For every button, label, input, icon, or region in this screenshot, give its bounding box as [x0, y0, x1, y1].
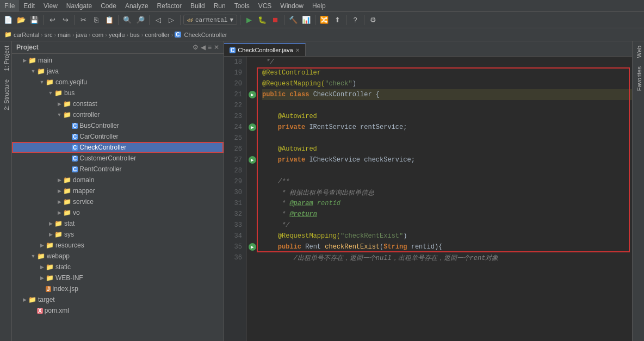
run-config[interactable]: 🏎 carRental ▼: [183, 15, 237, 25]
breadcrumb-controller[interactable]: controller: [145, 32, 169, 38]
tree-item-carcontroller[interactable]: C CarController: [12, 131, 224, 142]
menu-window[interactable]: Window: [276, 0, 308, 11]
settings-btn[interactable]: ⚙: [367, 14, 379, 26]
breadcrumb-java[interactable]: java: [76, 32, 87, 38]
vcs-btn[interactable]: 🔀: [318, 14, 330, 26]
resources-arrow: ▶: [38, 243, 46, 248]
run-icon-27[interactable]: ▶: [249, 156, 256, 164]
save-btn[interactable]: 💾: [28, 14, 40, 26]
project-close-btn[interactable]: ✕: [214, 44, 219, 51]
gutter-30: [247, 187, 258, 198]
project-sync-btn[interactable]: ⚙: [193, 44, 199, 51]
undo-btn[interactable]: ↩: [46, 14, 58, 26]
code-content[interactable]: */ @RestController @RequestMapping("chec…: [258, 57, 632, 341]
build-btn[interactable]: 🔨: [287, 14, 299, 26]
paste-btn[interactable]: 📋: [103, 14, 115, 26]
menu-edit[interactable]: Edit: [19, 0, 39, 11]
tree-item-stat[interactable]: ▶ 📁 stat: [12, 218, 224, 229]
stop-btn[interactable]: ⏹: [269, 14, 281, 26]
tree-item-webapp[interactable]: ▼ 📁 webapp: [12, 251, 224, 262]
menu-view[interactable]: View: [39, 0, 62, 11]
code-editor[interactable]: 18 19 20 21 22 23 24 25 26 27 28 29 30 3…: [224, 57, 632, 341]
forward-btn[interactable]: ▷: [165, 14, 177, 26]
tree-item-controller[interactable]: ▼ 📁 controller: [12, 109, 224, 120]
favorites-side-tab[interactable]: Favorites: [633, 62, 644, 95]
search2-btn[interactable]: 🔎: [134, 14, 146, 26]
debug-btn[interactable]: 🐛: [256, 14, 268, 26]
code-31-param: rentid: [317, 200, 340, 207]
project-collapse-btn[interactable]: ◀: [201, 44, 206, 51]
tree-item-java[interactable]: ▼ 📁 java: [12, 66, 224, 77]
menu-build[interactable]: Build: [186, 0, 209, 11]
project-settings-btn[interactable]: ≡: [208, 44, 212, 51]
tree-item-pomxml[interactable]: X pom.xml: [12, 305, 224, 316]
coverage-btn[interactable]: 📊: [300, 14, 312, 26]
tree-item-buscontroller[interactable]: C BusController: [12, 120, 224, 131]
code-32-indent: [262, 210, 282, 218]
search-btn[interactable]: 🔍: [121, 14, 133, 26]
menu-code[interactable]: Code: [96, 0, 121, 11]
run-icon-21[interactable]: ▶: [249, 91, 256, 98]
code-35-kw: public: [278, 243, 305, 251]
menu-analyze[interactable]: Analyze: [121, 0, 153, 11]
help-btn[interactable]: ?: [349, 14, 361, 26]
breadcrumb-bus[interactable]: bus: [130, 32, 140, 38]
tree-item-service[interactable]: ▶ 📁 service: [12, 196, 224, 207]
tree-item-customercontroller[interactable]: C CustomerController: [12, 153, 224, 164]
tree-item-target[interactable]: ▶ 📁 target: [12, 294, 224, 305]
code-34-annotation: @RequestMapping(: [278, 232, 340, 240]
web-side-tab[interactable]: Web: [633, 41, 644, 62]
sep4: [149, 15, 150, 25]
breadcrumb-yeqifu[interactable]: yeqifu: [109, 32, 125, 38]
run-icon-35[interactable]: ▶: [249, 243, 256, 251]
breadcrumb-checkcontroller[interactable]: C CheckController: [175, 32, 227, 38]
tree-item-com-yeqifu[interactable]: ▼ 📁 com.yeqifu: [12, 77, 224, 88]
menu-refactor[interactable]: Refactor: [153, 0, 186, 11]
tree-item-main[interactable]: ▶ 📁 main: [12, 55, 224, 66]
new-file-btn[interactable]: 📄: [2, 14, 14, 26]
gutter-24[interactable]: ▶: [247, 122, 258, 133]
gutter-19: [247, 67, 258, 78]
tree-item-static[interactable]: ▶ 📁 static: [12, 262, 224, 272]
breadcrumb-com[interactable]: com: [92, 32, 103, 38]
tree-item-domain[interactable]: ▶ 📁 domain: [12, 175, 224, 185]
gutter-21[interactable]: ▶: [247, 89, 258, 100]
cut-btn[interactable]: ✂: [77, 14, 89, 26]
gutter-27[interactable]: ▶: [247, 154, 258, 165]
gutter-35[interactable]: ▶: [247, 241, 258, 252]
tree-item-vo[interactable]: ▶ 📁 vo: [12, 207, 224, 218]
menu-navigate[interactable]: Navigate: [62, 0, 96, 11]
webapp-label: webapp: [47, 252, 70, 260]
menu-vcs[interactable]: VCS: [254, 0, 276, 11]
project-side-tab[interactable]: 1: Project: [0, 41, 11, 75]
tree-item-resources[interactable]: ▶ 📁 resources: [12, 240, 224, 251]
redo-btn[interactable]: ↪: [59, 14, 71, 26]
back-btn[interactable]: ◁: [152, 14, 164, 26]
menu-run[interactable]: Run: [209, 0, 230, 11]
tree-item-webinf[interactable]: ▶ 📁 WEB-INF: [12, 272, 224, 283]
tree-item-bus[interactable]: ▼ 📁 bus: [12, 88, 224, 98]
code-line-28: [262, 165, 632, 176]
code-20-annotation: @RequestMapping(: [262, 80, 325, 88]
menu-tools[interactable]: Tools: [230, 0, 254, 11]
breadcrumb-carrental[interactable]: 📁 carRental: [4, 31, 39, 38]
open-btn[interactable]: 📂: [15, 14, 27, 26]
breadcrumb-src[interactable]: src: [45, 32, 53, 38]
tree-item-constast[interactable]: ▶ 📁 constast: [12, 98, 224, 109]
vcs2-btn[interactable]: ⬆: [331, 14, 343, 26]
code-line-26: @Autowired: [262, 144, 632, 154]
run-icon-24[interactable]: ▶: [249, 123, 256, 131]
tree-item-checkcontroller[interactable]: C CheckController: [12, 142, 224, 153]
menu-file[interactable]: File: [0, 0, 19, 11]
run-btn[interactable]: ▶: [243, 14, 255, 26]
tree-item-sys[interactable]: ▶ 📁 sys: [12, 229, 224, 240]
tab-close-btn[interactable]: ✕: [295, 47, 300, 53]
tree-item-indexjsp[interactable]: J index.jsp: [12, 283, 224, 294]
tree-item-mapper[interactable]: ▶ 📁 mapper: [12, 185, 224, 196]
breadcrumb-main[interactable]: main: [58, 32, 71, 38]
structure-side-tab[interactable]: 2: Structure: [0, 75, 11, 115]
editor-tab-checkcontroller[interactable]: C CheckController.java ✕: [224, 43, 306, 56]
menu-help[interactable]: Help: [308, 0, 330, 11]
copy-btn[interactable]: ⎘: [90, 14, 102, 26]
tree-item-rentcontroller[interactable]: C RentController: [12, 164, 224, 175]
